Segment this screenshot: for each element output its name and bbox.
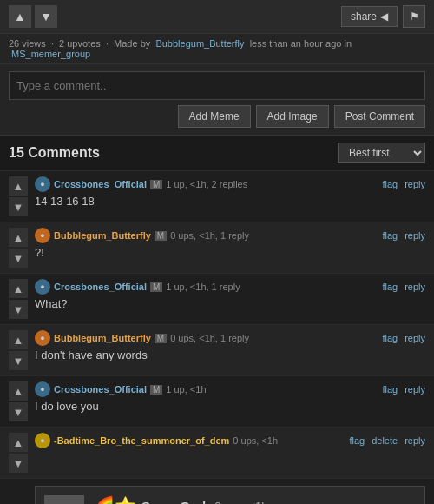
comment-action-reply[interactable]: reply bbox=[404, 384, 425, 395]
comment-stats: 0 ups, <1h, 1 reply bbox=[170, 230, 249, 241]
vote-down-button[interactable]: ▼ bbox=[9, 402, 28, 421]
vote-down-button[interactable]: ▼ bbox=[9, 351, 28, 370]
share-icon: ◀ bbox=[380, 10, 388, 23]
comment-action-flag[interactable]: flag bbox=[382, 282, 398, 292]
made-by-label: Made by bbox=[114, 38, 150, 49]
comment-stats: 0 ups, <1h, 1 reply bbox=[170, 333, 249, 343]
comment-meta: ● Bubblegum_Butterfly M 0 ups, <1h, 1 re… bbox=[35, 330, 425, 346]
author-link[interactable]: Bubblegum_Butterfly bbox=[155, 38, 244, 49]
vote-col: ▲ ▼ bbox=[9, 330, 28, 370]
flag-icon: ⚑ bbox=[410, 10, 419, 23]
vote-up-button[interactable]: ▲ bbox=[9, 330, 28, 349]
expanded-vote-col: ▲ ▼ bbox=[44, 495, 84, 504]
post-comment-button[interactable]: Post Comment bbox=[334, 105, 425, 128]
comment-action-delete[interactable]: delete bbox=[372, 435, 398, 446]
vote-col: ▲ ▼ bbox=[9, 381, 28, 421]
comment-action-flag[interactable]: flag bbox=[382, 384, 398, 395]
sort-select[interactable]: Best first Newest first Top rated bbox=[338, 143, 425, 163]
comment-text: 14 13 16 18 bbox=[35, 195, 425, 208]
group-link[interactable]: MS_memer_group bbox=[11, 49, 90, 59]
vote-col: ▲ ▼ bbox=[9, 228, 28, 268]
time-ago: less than an hour ago in bbox=[250, 38, 352, 49]
comment-author: Crossbones_Official bbox=[54, 282, 147, 292]
comment-author: Bubblegum_Butterfly bbox=[54, 230, 151, 241]
expanded-author: SauceGod. bbox=[141, 499, 209, 505]
comment-stats: 1 up, <1h, 1 reply bbox=[166, 282, 240, 292]
vote-down-button[interactable]: ▼ bbox=[9, 454, 28, 473]
comment-content: ● Crossbones_Official M 1 up, <1h, 1 rep… bbox=[35, 279, 425, 310]
badge: M bbox=[155, 334, 167, 343]
next-button[interactable]: ▼ bbox=[35, 5, 57, 28]
comment-action-flag[interactable]: flag bbox=[382, 333, 398, 343]
comment-actions: flag reply bbox=[382, 384, 425, 395]
upvotes: 2 upvotes bbox=[59, 38, 101, 49]
comment-text: I don't have any words bbox=[35, 348, 425, 361]
share-button[interactable]: share ◀ bbox=[341, 6, 398, 27]
comment-action-flag[interactable]: flag bbox=[349, 435, 365, 446]
comment-item: ▲ ▼ ● Crossbones_Official M 1 up, <1h fl… bbox=[0, 376, 434, 428]
expanded-comment-wrapper: ▲ ▼ 🌈⭐ SauceGod. 0 ups, <1h 🙂📷 bbox=[0, 479, 434, 504]
badge: M bbox=[150, 385, 162, 395]
comment-meta: ● -Badtime_Bro_the_summoner_of_dem 0 ups… bbox=[35, 433, 425, 448]
comment-action-flag[interactable]: flag bbox=[382, 230, 398, 241]
comment-actions: flag reply bbox=[382, 333, 425, 343]
comments-header: 15 Comments Best first Newest first Top … bbox=[0, 136, 434, 171]
comment-author: -Badtime_Bro_the_summoner_of_dem bbox=[54, 435, 229, 446]
prev-button[interactable]: ▲ bbox=[9, 5, 31, 28]
expanded-vote-up-button[interactable]: ▲ bbox=[44, 495, 84, 504]
avatar: ● bbox=[35, 279, 50, 295]
vote-up-button[interactable]: ▲ bbox=[9, 228, 28, 247]
comment-item: ▲ ▼ ● Bubblegum_Butterfly M 0 ups, <1h, … bbox=[0, 325, 434, 376]
avatar: ● bbox=[35, 228, 50, 243]
comment-item: ▲ ▼ ● Crossbones_Official M 1 up, <1h, 1… bbox=[0, 274, 434, 325]
vote-up-button[interactable]: ▲ bbox=[9, 279, 28, 298]
comment-meta: ● Crossbones_Official M 1 up, <1h flag r… bbox=[35, 381, 425, 397]
vote-down-button[interactable]: ▼ bbox=[9, 300, 28, 319]
flag-button[interactable]: ⚑ bbox=[403, 5, 425, 28]
comment-actions: flag delete reply bbox=[349, 435, 425, 446]
comment-action-flag[interactable]: flag bbox=[382, 179, 398, 189]
badge: M bbox=[155, 231, 167, 241]
comment-action-reply[interactable]: reply bbox=[404, 333, 425, 343]
comment-item: ▲ ▼ ● -Badtime_Bro_the_summoner_of_dem 0… bbox=[0, 428, 434, 479]
share-label: share bbox=[351, 10, 377, 23]
vote-col: ▲ ▼ bbox=[9, 176, 28, 216]
avatar: ● bbox=[35, 330, 50, 346]
comment-action-reply[interactable]: reply bbox=[404, 435, 425, 446]
vote-down-button[interactable]: ▼ bbox=[9, 197, 28, 216]
comment-text: ?! bbox=[35, 246, 425, 259]
avatar: ● bbox=[35, 381, 50, 397]
avatar: ● bbox=[35, 176, 50, 192]
vote-down-button[interactable]: ▼ bbox=[9, 249, 28, 268]
meta-bar: 26 views · 2 upvotes · Made by Bubblegum… bbox=[0, 34, 434, 64]
vote-up-button[interactable]: ▲ bbox=[9, 381, 28, 401]
comment-item: ▲ ▼ ● Bubblegum_Butterfly M 0 ups, <1h, … bbox=[0, 222, 434, 274]
comment-actions: flag reply bbox=[382, 230, 425, 241]
comment-action-reply[interactable]: reply bbox=[404, 230, 425, 241]
add-image-button[interactable]: Add Image bbox=[256, 105, 329, 128]
top-bar: ▲ ▼ share ◀ ⚑ bbox=[0, 0, 434, 34]
comment-content: ● -Badtime_Bro_the_summoner_of_dem 0 ups… bbox=[35, 433, 425, 451]
comment-stats: 1 up, <1h bbox=[166, 384, 206, 395]
comment-content: ● Crossbones_Official M 1 up, <1h, 2 rep… bbox=[35, 176, 425, 208]
vote-col: ▲ ▼ bbox=[9, 279, 28, 319]
comment-content: ● Crossbones_Official M 1 up, <1h flag r… bbox=[35, 381, 425, 413]
comment-actions: flag reply bbox=[382, 179, 425, 189]
comment-input[interactable] bbox=[9, 71, 425, 100]
rainbow-icon: 🌈⭐ bbox=[93, 495, 136, 504]
comment-meta: ● Bubblegum_Butterfly M 0 ups, <1h, 1 re… bbox=[35, 228, 425, 243]
vote-up-button[interactable]: ▲ bbox=[9, 433, 28, 452]
vote-up-button[interactable]: ▲ bbox=[9, 176, 28, 196]
comment-action-reply[interactable]: reply bbox=[404, 282, 425, 292]
expanded-content: 🌈⭐ SauceGod. 0 ups, <1h 🙂📷 bbox=[93, 495, 416, 504]
add-meme-button[interactable]: Add Meme bbox=[178, 105, 251, 128]
comment-text: What? bbox=[35, 297, 425, 310]
expanded-comment: ▲ ▼ 🌈⭐ SauceGod. 0 ups, <1h 🙂📷 bbox=[35, 486, 425, 504]
comment-actions: flag reply bbox=[382, 282, 425, 292]
views: 26 views bbox=[9, 38, 46, 49]
badge: M bbox=[150, 282, 162, 292]
comment-input-area: Add Meme Add Image Post Comment bbox=[0, 64, 434, 136]
comment-action-reply[interactable]: reply bbox=[404, 179, 425, 189]
nav-arrows: ▲ ▼ bbox=[9, 5, 57, 28]
expanded-stats: 0 ups, <1h bbox=[214, 500, 267, 505]
